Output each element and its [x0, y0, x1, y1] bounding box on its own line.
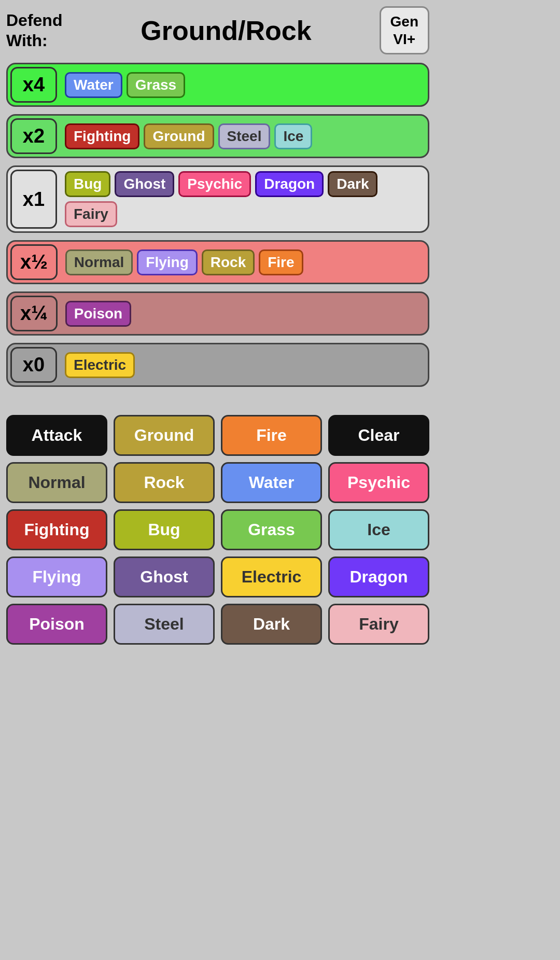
electric-attack-btn[interactable]: Electric — [221, 556, 322, 597]
page-title: Ground/Rock — [73, 15, 379, 46]
bug-attack-btn[interactable]: Bug — [114, 509, 215, 550]
multiplier-row-x1: x1BugGhostPsychicDragonDarkFairy — [6, 165, 429, 233]
type-badge-psychic: Psychic — [178, 171, 251, 197]
type-badge-dragon: Dragon — [255, 171, 324, 197]
mult-label: x4 — [10, 67, 57, 103]
type-badge-rock: Rock — [202, 249, 255, 275]
header: DefendWith: Ground/Rock GenVI+ — [6, 6, 429, 54]
type-badge-bug: Bug — [65, 171, 110, 197]
mult-label: x2 — [10, 118, 57, 154]
defend-with-label: DefendWith: — [6, 10, 62, 50]
multiplier-row-x: x½NormalFlyingRockFire — [6, 240, 429, 284]
mult-types: Electric — [60, 344, 428, 385]
dragon-attack-btn[interactable]: Dragon — [328, 556, 429, 597]
mult-label: x¼ — [10, 296, 58, 331]
fire-attack-btn[interactable]: Fire — [221, 415, 322, 456]
multiplier-row-x0: x0Electric — [6, 343, 429, 387]
type-badge-normal: Normal — [65, 249, 133, 275]
type-badge-ghost: Ghost — [115, 171, 174, 197]
ghost-attack-btn[interactable]: Ghost — [114, 556, 215, 597]
clear-button[interactable]: Clear — [328, 415, 429, 456]
flying-attack-btn[interactable]: Flying — [6, 556, 107, 597]
rock-attack-btn[interactable]: Rock — [114, 462, 215, 503]
multiplier-section: x4WaterGrassx2FightingGroundSteelIcex1Bu… — [6, 63, 429, 387]
grass-attack-btn[interactable]: Grass — [221, 509, 322, 550]
mult-types: FightingGroundSteelIce — [60, 116, 428, 157]
type-badge-ground: Ground — [144, 123, 214, 149]
multiplier-row-x4: x4WaterGrass — [6, 63, 429, 107]
poison-attack-btn[interactable]: Poison — [6, 604, 107, 645]
dark-attack-btn[interactable]: Dark — [221, 604, 322, 645]
ice-attack-btn[interactable]: Ice — [328, 509, 429, 550]
steel-attack-btn[interactable]: Steel — [114, 604, 215, 645]
psychic-attack-btn[interactable]: Psychic — [328, 462, 429, 503]
fighting-attack-btn[interactable]: Fighting — [6, 509, 107, 550]
attack-button[interactable]: Attack — [6, 415, 107, 456]
mult-label: x½ — [10, 244, 58, 280]
attack-grid: AttackGroundFireClearNormalRockWaterPsyc… — [6, 415, 429, 645]
type-badge-dark: Dark — [328, 171, 377, 197]
type-badge-flying: Flying — [137, 249, 197, 275]
mult-label: x0 — [10, 347, 57, 383]
type-badge-electric: Electric — [65, 352, 135, 378]
type-badge-ice: Ice — [274, 123, 312, 149]
type-badge-water: Water — [65, 72, 122, 98]
type-badge-grass: Grass — [127, 72, 185, 98]
normal-attack-btn[interactable]: Normal — [6, 462, 107, 503]
mult-label: x1 — [10, 170, 57, 229]
mult-types: BugGhostPsychicDragonDarkFairy — [60, 167, 428, 231]
multiplier-row-x: x¼Poison — [6, 291, 429, 336]
mult-types: WaterGrass — [60, 64, 428, 105]
type-badge-fairy: Fairy — [65, 201, 117, 227]
type-badge-steel: Steel — [218, 123, 271, 149]
water-attack-btn[interactable]: Water — [221, 462, 322, 503]
fairy-attack-btn[interactable]: Fairy — [328, 604, 429, 645]
multiplier-row-x2: x2FightingGroundSteelIce — [6, 114, 429, 158]
type-badge-poison: Poison — [65, 301, 131, 327]
ground-attack-btn[interactable]: Ground — [114, 415, 215, 456]
mult-types: NormalFlyingRockFire — [60, 242, 428, 283]
gen-button[interactable]: GenVI+ — [380, 6, 429, 54]
type-badge-fire: Fire — [259, 249, 303, 275]
type-badge-fighting: Fighting — [65, 123, 139, 149]
mult-types: Poison — [60, 293, 428, 334]
